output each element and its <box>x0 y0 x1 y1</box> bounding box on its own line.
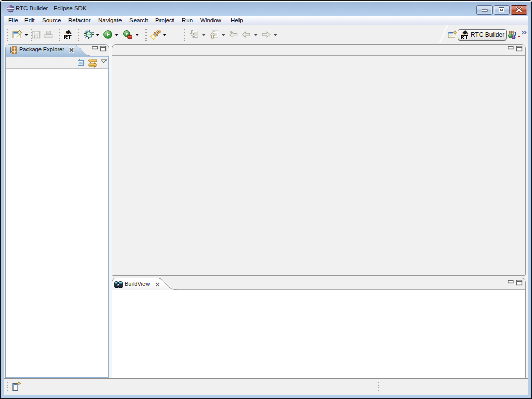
svg-text:J: J <box>513 31 516 37</box>
